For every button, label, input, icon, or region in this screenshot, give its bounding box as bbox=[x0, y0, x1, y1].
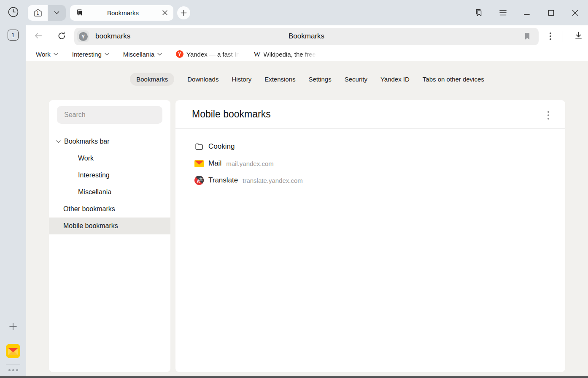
history-clock-icon[interactable] bbox=[8, 6, 19, 19]
active-tab[interactable]: Bookmarks bbox=[70, 5, 173, 21]
folder-label: Miscellania bbox=[123, 51, 154, 58]
tab-group-button[interactable]: 1 bbox=[28, 5, 48, 21]
chevron-down-icon bbox=[54, 53, 58, 56]
kebab-menu-icon[interactable] bbox=[550, 33, 551, 40]
tab-history[interactable]: History bbox=[232, 73, 251, 86]
bookmarks-panel: Mobile bookmarks Cooking Mail mail.yande… bbox=[175, 100, 565, 372]
rail-tab-count: 1 bbox=[11, 32, 15, 38]
tree-item-label: Miscellania bbox=[78, 188, 111, 196]
chevron-down-icon bbox=[54, 11, 59, 14]
folder-icon bbox=[194, 142, 204, 151]
folder-label: Work bbox=[36, 51, 51, 58]
tab-group-count: 1 bbox=[33, 11, 43, 16]
tree-item-mobile-bookmarks[interactable]: Mobile bookmarks bbox=[49, 218, 170, 234]
close-icon[interactable] bbox=[570, 8, 580, 17]
tree-item-label: Work bbox=[78, 155, 94, 162]
panel-kebab-icon[interactable] bbox=[547, 110, 550, 120]
reload-icon[interactable] bbox=[57, 31, 67, 42]
tab-bookmarks[interactable]: Bookmarks bbox=[130, 73, 174, 86]
bookmarks-bar-folder-work[interactable]: Work bbox=[36, 51, 58, 58]
tab-settings[interactable]: Settings bbox=[309, 73, 332, 86]
toolbar: Y bookmarks Bookmarks bbox=[26, 25, 588, 47]
bookmark-name: Translate bbox=[208, 176, 238, 185]
tab-yandex-id[interactable]: Yandex ID bbox=[380, 73, 410, 86]
menu-icon[interactable] bbox=[498, 8, 507, 17]
tab-security[interactable]: Security bbox=[345, 73, 367, 86]
toolbar-divider bbox=[563, 31, 563, 42]
tree-item-label: Other bookmarks bbox=[63, 205, 115, 213]
bookmark-label: Wikipedia, the free bbox=[264, 51, 316, 58]
panel-title: Mobile bookmarks bbox=[192, 109, 271, 120]
plus-icon bbox=[181, 10, 187, 16]
add-icon[interactable] bbox=[8, 322, 18, 333]
bookmark-url: translate.yandex.com bbox=[243, 177, 303, 184]
bookmark-label: Yandex — a fast In bbox=[186, 51, 240, 58]
yandex-mail-app-icon[interactable] bbox=[6, 344, 20, 358]
folder-tree: Bookmarks bar Work Interesting Miscellan… bbox=[49, 133, 170, 234]
tab-close-icon[interactable] bbox=[162, 10, 168, 16]
bookmarks-bar: Work Interesting Miscellania Y Yandex — … bbox=[26, 47, 588, 61]
tree-item-label: Mobile bookmarks bbox=[63, 222, 118, 230]
list-item-mail[interactable]: Mail mail.yandex.com bbox=[175, 155, 565, 172]
maximize-icon[interactable] bbox=[546, 8, 556, 17]
bookmarks-bar-folder-miscellania[interactable]: Miscellania bbox=[123, 51, 162, 58]
tab-group-dropdown[interactable] bbox=[48, 5, 66, 21]
tabs-count-badge[interactable]: 1 bbox=[8, 30, 19, 41]
page-content: Bookmarks Downloads History Extensions S… bbox=[26, 61, 588, 376]
tab-title: Bookmarks bbox=[84, 9, 162, 16]
list-item-translate[interactable]: A 文 Translate translate.yandex.com bbox=[175, 172, 565, 189]
page-title: Bookmarks bbox=[74, 32, 539, 41]
bookmark-name: Cooking bbox=[208, 142, 235, 151]
tree-item-label: Bookmarks bar bbox=[64, 138, 110, 145]
back-icon[interactable] bbox=[33, 31, 43, 42]
wikipedia-favicon: W bbox=[254, 51, 260, 58]
tab-group-control[interactable]: 1 bbox=[28, 5, 66, 21]
window-controls bbox=[474, 8, 580, 17]
address-text[interactable]: bookmarks bbox=[95, 32, 130, 41]
folders-sidebar: Bookmarks bar Work Interesting Miscellan… bbox=[49, 100, 170, 372]
yandex-badge-icon: Y bbox=[79, 32, 88, 41]
yandex-favicon: Y bbox=[176, 50, 183, 58]
download-icon[interactable] bbox=[574, 31, 583, 42]
new-tab-button[interactable] bbox=[177, 6, 190, 19]
site-badge[interactable]: Y bbox=[77, 30, 89, 42]
tab-other-devices[interactable]: Tabs on other devices bbox=[423, 73, 484, 86]
folder-label: Interesting bbox=[72, 51, 102, 58]
window-bottom-border bbox=[0, 376, 588, 378]
yandex-translate-favicon: A 文 bbox=[194, 176, 204, 185]
bookmark-name: Mail bbox=[208, 159, 221, 168]
chevron-down-icon bbox=[105, 53, 109, 56]
left-rail: 1 bbox=[0, 0, 26, 376]
bookmark-list: Cooking Mail mail.yandex.com A 文 bbox=[175, 129, 565, 189]
chevron-down-icon[interactable] bbox=[56, 140, 61, 143]
address-bar[interactable]: Y bookmarks Bookmarks bbox=[74, 28, 539, 45]
yandex-mail-favicon bbox=[194, 159, 204, 168]
chevron-down-icon bbox=[157, 53, 162, 56]
list-item-cooking[interactable]: Cooking bbox=[175, 138, 565, 155]
rail-divider bbox=[6, 364, 20, 364]
side-panel-bookmarks-icon[interactable] bbox=[474, 8, 483, 17]
bookmarks-bar-link-yandex[interactable]: Y Yandex — a fast In bbox=[176, 50, 240, 58]
tree-item-bookmarks-bar[interactable]: Bookmarks bar bbox=[49, 133, 170, 150]
bookmark-tabs-icon bbox=[76, 8, 84, 17]
minimize-icon[interactable] bbox=[522, 8, 531, 17]
bookmark-url: mail.yandex.com bbox=[226, 160, 274, 167]
tab-extensions[interactable]: Extensions bbox=[264, 73, 295, 86]
more-dots-icon[interactable] bbox=[8, 369, 18, 371]
tree-item-label: Interesting bbox=[78, 171, 110, 179]
svg-text:文: 文 bbox=[200, 177, 203, 181]
manager-nav-tabs: Bookmarks Downloads History Extensions S… bbox=[26, 73, 588, 86]
tab-strip: 1 Bookmarks bbox=[26, 0, 588, 25]
tab-downloads[interactable]: Downloads bbox=[187, 73, 218, 86]
panel-header: Mobile bookmarks bbox=[175, 100, 565, 129]
search-input[interactable] bbox=[57, 106, 162, 124]
tree-item-other-bookmarks[interactable]: Other bookmarks bbox=[49, 201, 170, 218]
tree-item-work[interactable]: Work bbox=[49, 150, 170, 167]
tree-item-interesting[interactable]: Interesting bbox=[49, 167, 170, 184]
bookmarks-bar-folder-interesting[interactable]: Interesting bbox=[72, 51, 109, 58]
bookmark-filled-icon[interactable] bbox=[523, 32, 532, 43]
tab-group-icon: 1 bbox=[33, 8, 43, 17]
tree-item-miscellania[interactable]: Miscellania bbox=[49, 184, 170, 201]
bookmarks-bar-link-wikipedia[interactable]: W Wikipedia, the free bbox=[254, 51, 316, 58]
